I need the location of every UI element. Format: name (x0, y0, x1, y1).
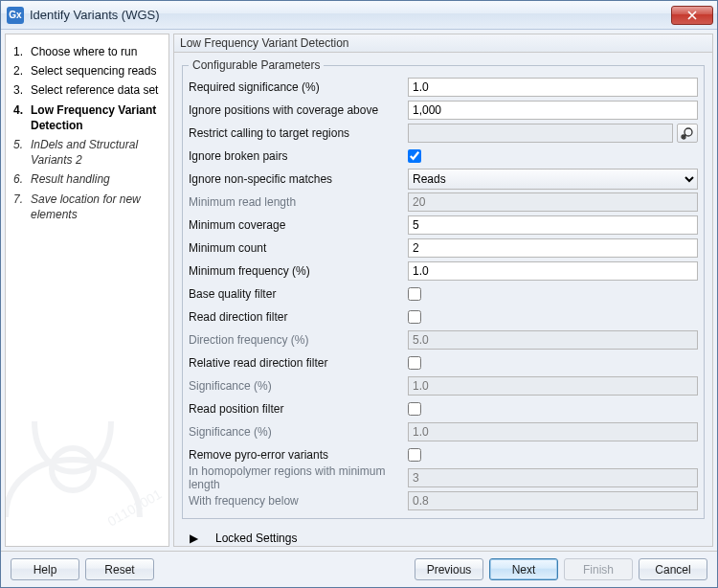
param-row: Restrict calling to target regions (189, 122, 698, 145)
checkbox-input[interactable] (408, 310, 421, 324)
checkbox-input[interactable] (408, 149, 421, 163)
param-control (408, 261, 698, 281)
configurable-parameters-group: Configurable Parameters Required signifi… (182, 58, 705, 519)
step-number: 7. (13, 192, 31, 222)
next-button[interactable]: Next (489, 558, 558, 580)
wizard-step[interactable]: 1.Choose where to run (13, 44, 161, 59)
param-label: Remove pyro-error variants (189, 448, 408, 462)
param-label: Ignore positions with coverage above (189, 103, 408, 117)
param-row: Minimum count (189, 237, 698, 260)
step-label: InDels and Structural Variants 2 (31, 137, 161, 168)
wizard-steps-sidebar: 1.Choose where to run2.Select sequencing… (5, 34, 169, 547)
wizard-step[interactable]: 6.Result handling (13, 171, 161, 187)
checkbox-input[interactable] (408, 287, 421, 301)
main-panel: Low Frequency Variant Detection Configur… (173, 34, 713, 547)
param-label: Direction frequency (%) (189, 333, 408, 347)
param-label: Minimum read length (189, 195, 408, 209)
param-control (408, 78, 698, 97)
param-label: Relative read direction filter (189, 356, 408, 370)
param-control (408, 238, 698, 258)
step-label: Choose where to run (31, 44, 161, 59)
panel-header: Low Frequency Variant Detection (174, 34, 712, 53)
wizard-step[interactable]: 3.Select reference data set (13, 82, 161, 98)
param-control (408, 215, 698, 235)
param-label: Required significance (%) (189, 80, 408, 94)
param-row: Minimum read length (189, 191, 698, 214)
param-row: Remove pyro-error variants (189, 443, 698, 466)
locked-settings-label: Locked Settings (215, 531, 297, 545)
text-input[interactable] (408, 261, 698, 281)
param-label: Read direction filter (189, 310, 408, 324)
help-button[interactable]: Help (11, 558, 79, 580)
caret-right-icon: ▶ (190, 531, 198, 545)
wizard-step[interactable]: 4.Low Frequency Variant Detection (13, 102, 161, 133)
param-label: In homopolymer regions with minimum leng… (189, 464, 408, 491)
param-label: Read position filter (189, 402, 408, 416)
step-number: 4. (13, 102, 31, 133)
titlebar: Gx Identify Variants (WGS) (1, 1, 717, 30)
reset-button[interactable]: Reset (85, 558, 154, 580)
text-input[interactable] (408, 78, 698, 97)
app-icon: Gx (7, 7, 24, 24)
window-title: Identify Variants (WGS) (30, 8, 671, 22)
wizard-step[interactable]: 7.Save location for new elements (13, 192, 161, 222)
step-number: 5. (13, 137, 31, 168)
param-row: Required significance (%) (189, 76, 698, 99)
param-control (408, 376, 698, 396)
param-row: Significance (%) (189, 374, 698, 397)
param-row: Read direction filter (189, 305, 698, 328)
select-input[interactable]: Reads (408, 169, 698, 190)
text-input[interactable] (408, 238, 698, 258)
param-label: Significance (%) (189, 379, 408, 393)
text-input (408, 330, 698, 350)
param-row: In homopolymer regions with minimum leng… (189, 466, 698, 489)
steps-list: 1.Choose where to run2.Select sequencing… (13, 44, 161, 222)
param-control (408, 422, 698, 441)
param-label: Restrict calling to target regions (189, 126, 408, 140)
param-control (408, 491, 698, 510)
text-input (408, 376, 698, 396)
browse-button[interactable] (677, 124, 698, 143)
param-control (408, 402, 698, 416)
wizard-step[interactable]: 2.Select sequencing reads (13, 63, 161, 79)
param-row: Ignore positions with coverage above (189, 99, 698, 122)
param-label: Minimum frequency (%) (189, 264, 408, 278)
checkbox-input[interactable] (408, 448, 421, 462)
step-label: Result handling (31, 171, 161, 187)
text-input[interactable] (408, 101, 698, 120)
text-input (408, 422, 698, 441)
param-control: Reads (408, 169, 698, 190)
param-row: Minimum frequency (%) (189, 260, 698, 283)
param-control (408, 448, 698, 462)
param-row: Relative read direction filter (189, 351, 698, 374)
text-input[interactable] (408, 215, 698, 235)
param-control (408, 356, 698, 370)
locked-settings-toggle[interactable]: ▶ Locked Settings (182, 525, 705, 546)
step-label: Save location for new elements (31, 192, 161, 222)
text-input (408, 491, 698, 510)
target-regions-field (408, 124, 673, 143)
step-number: 1. (13, 44, 31, 59)
checkbox-input[interactable] (408, 402, 421, 416)
param-label: With frequency below (189, 494, 408, 508)
param-row: Base quality filter (189, 283, 698, 305)
param-label: Minimum coverage (189, 218, 408, 232)
param-control (408, 287, 698, 301)
cancel-button[interactable]: Cancel (639, 558, 707, 580)
param-row: Significance (%) (189, 420, 698, 443)
previous-button[interactable]: Previous (415, 558, 483, 580)
param-label: Ignore broken pairs (189, 149, 408, 163)
text-input (408, 468, 698, 487)
param-label: Ignore non-specific matches (189, 172, 408, 186)
step-number: 6. (13, 171, 31, 187)
param-label: Base quality filter (189, 287, 408, 301)
close-button[interactable] (671, 6, 713, 25)
text-input (408, 192, 698, 212)
param-label: Significance (%) (189, 425, 408, 439)
param-control (408, 468, 698, 487)
watermark-icon: 01101001 (5, 345, 169, 547)
group-title: Configurable Parameters (189, 58, 324, 72)
param-row: With frequency below (189, 489, 698, 512)
checkbox-input[interactable] (408, 356, 421, 370)
wizard-step[interactable]: 5.InDels and Structural Variants 2 (13, 137, 161, 168)
